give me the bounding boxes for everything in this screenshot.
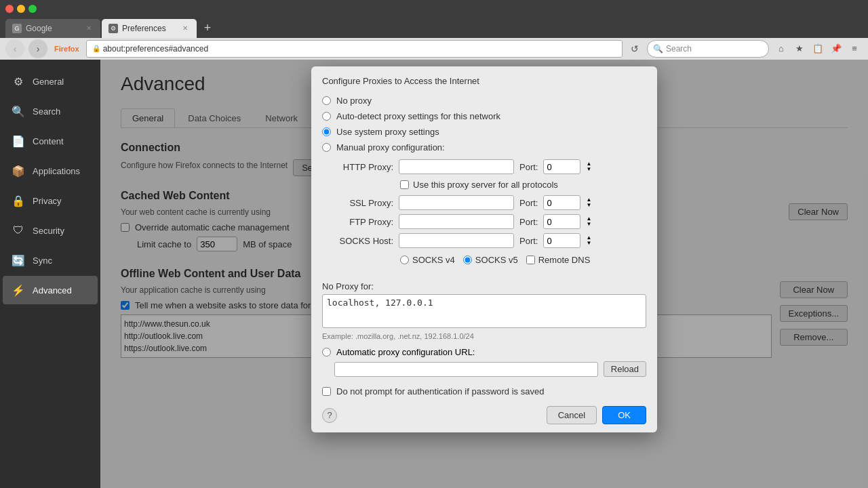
url-text: about:preferences#advanced <box>103 44 208 54</box>
close-traffic-light[interactable] <box>5 5 14 13</box>
auto-detect-label: Auto-detect proxy settings for this netw… <box>336 111 500 121</box>
tab-preferences-close[interactable]: ✕ <box>180 24 190 33</box>
menu-icon[interactable]: ≡ <box>846 41 863 57</box>
ftp-proxy-label: FTP Proxy: <box>336 217 393 227</box>
content-area: Advanced General Data Choices Network Up… <box>100 60 868 488</box>
nav-icons: ⌂ ★ 📋 📌 ≡ <box>773 41 863 57</box>
sidebar-sync-label: Sync <box>33 256 52 266</box>
sidebar-item-advanced[interactable]: ⚡ Advanced <box>3 276 98 304</box>
use-all-protocols-label: Use this proxy server for all protocols <box>413 180 558 190</box>
modal-title: Configure Proxies to Access the Internet <box>311 66 657 93</box>
ftp-port-down[interactable]: ▼ <box>586 222 591 227</box>
sync-icon: 🔄 <box>11 253 26 268</box>
help-button[interactable]: ? <box>322 408 337 423</box>
no-proxy-option: No proxy <box>322 93 646 108</box>
sidebar-item-applications[interactable]: 📦 Applications <box>3 157 98 185</box>
ftp-proxy-row: FTP Proxy: Port: ▲ ▼ <box>336 214 646 229</box>
ok-button[interactable]: OK <box>602 406 646 424</box>
reload-button-modal[interactable]: Reload <box>604 361 646 377</box>
http-port-label: Port: <box>519 162 538 172</box>
socks-host-row: SOCKS Host: Port: ▲ ▼ <box>336 233 646 248</box>
proxy-options-section: No proxy Auto-detect proxy settings for … <box>311 93 657 279</box>
auth-checkbox[interactable] <box>322 387 331 396</box>
privacy-icon: 🔒 <box>11 193 26 208</box>
forward-button[interactable]: › <box>28 39 47 58</box>
http-port-input[interactable] <box>543 159 580 174</box>
firefox-label: Firefox <box>52 45 82 53</box>
fullscreen-traffic-light[interactable] <box>28 5 37 13</box>
sidebar-item-search[interactable]: 🔍 Search <box>3 97 98 125</box>
system-proxy-option: Use system proxy settings <box>322 124 646 140</box>
footer-buttons: Cancel OK <box>547 406 646 424</box>
sidebar-item-privacy[interactable]: 🔒 Privacy <box>3 186 98 215</box>
sidebar-applications-label: Applications <box>33 166 80 176</box>
ssl-proxy-row: SSL Proxy: Port: ▲ ▼ <box>336 195 646 210</box>
system-proxy-label: Use system proxy settings <box>336 127 439 137</box>
system-proxy-radio[interactable] <box>322 127 331 136</box>
history-icon[interactable]: 📋 <box>810 41 826 57</box>
remote-dns-label: Remote DNS <box>538 255 591 265</box>
home-icon[interactable]: ⌂ <box>773 41 789 57</box>
minimize-traffic-light[interactable] <box>17 5 25 13</box>
tab-preferences[interactable]: ⚙ Preferences ✕ <box>102 19 197 38</box>
auto-proxy-label: Automatic proxy configuration URL: <box>336 347 475 357</box>
sidebar-privacy-label: Privacy <box>33 196 62 206</box>
no-proxy-for-label: No Proxy for: <box>322 281 646 291</box>
url-bar[interactable]: 🔒 about:preferences#advanced <box>86 40 623 58</box>
ssl-port-input[interactable] <box>543 195 580 210</box>
port-down-arrow[interactable]: ▼ <box>586 167 591 172</box>
proxy-fields: HTTP Proxy: Port: ▲ ▼ Use <box>336 159 646 268</box>
reload-button[interactable]: ↺ <box>627 41 643 57</box>
no-proxy-example: Example: .mozilla.org, .net.nz, 192.168.… <box>322 332 646 340</box>
use-all-protocols-checkbox[interactable] <box>400 180 409 189</box>
sidebar-item-content[interactable]: 📄 Content <box>3 127 98 155</box>
socks-v5-radio[interactable] <box>463 256 472 264</box>
http-proxy-label: HTTP Proxy: <box>336 162 393 172</box>
sidebar-search-label: Search <box>33 106 60 117</box>
auto-proxy-radio[interactable] <box>322 348 331 357</box>
bookmark-icon[interactable]: ★ <box>791 41 808 57</box>
sidebar-advanced-label: Advanced <box>33 285 72 296</box>
no-proxy-section: No Proxy for: localhost, 127.0.0.1 Examp… <box>311 279 657 344</box>
search-bar[interactable]: 🔍 Search <box>647 40 769 58</box>
sidebar-general-label: General <box>33 77 64 87</box>
ssl-proxy-label: SSL Proxy: <box>336 198 393 208</box>
socks-v5-option: SOCKS v5 <box>463 255 518 265</box>
socks-host-label: SOCKS Host: <box>336 236 393 246</box>
socks-host-input[interactable] <box>399 233 514 248</box>
search-placeholder: Search <box>666 44 692 54</box>
socks-version-row: SOCKS v4 SOCKS v5 Remote DNS <box>400 252 646 268</box>
socks-port-down[interactable]: ▼ <box>586 241 591 246</box>
http-proxy-input[interactable] <box>399 159 514 174</box>
socks-v4-radio[interactable] <box>400 256 409 264</box>
ftp-port-input[interactable] <box>543 214 580 229</box>
use-all-protocols-row: Use this proxy server for all protocols <box>400 178 646 191</box>
advanced-icon: ⚡ <box>11 283 26 298</box>
google-favicon: G <box>12 24 22 33</box>
title-bar <box>0 0 868 17</box>
manual-proxy-radio[interactable] <box>322 143 331 152</box>
tab-google[interactable]: G Google ✕ <box>5 19 100 38</box>
ssl-proxy-input[interactable] <box>399 195 514 210</box>
sidebar-item-sync[interactable]: 🔄 Sync <box>3 246 98 274</box>
sidebar-item-security[interactable]: 🛡 Security <box>3 216 98 245</box>
socks-port-input[interactable] <box>543 233 580 248</box>
applications-icon: 📦 <box>11 163 26 178</box>
auto-proxy-input[interactable] <box>334 362 598 377</box>
socks-port-label: Port: <box>519 236 538 246</box>
ssl-port-down[interactable]: ▼ <box>586 203 591 208</box>
cancel-button[interactable]: Cancel <box>547 406 597 424</box>
tab-google-close[interactable]: ✕ <box>84 24 94 33</box>
remote-dns-checkbox[interactable] <box>526 256 535 264</box>
back-button[interactable]: ‹ <box>5 39 24 58</box>
socks-v5-label: SOCKS v5 <box>475 255 518 265</box>
pocket-icon[interactable]: 📌 <box>828 41 844 57</box>
no-proxy-radio[interactable] <box>322 96 331 105</box>
nav-bar: ‹ › Firefox 🔒 about:preferences#advanced… <box>0 38 868 60</box>
ftp-proxy-input[interactable] <box>399 214 514 229</box>
auto-detect-radio[interactable] <box>322 112 331 121</box>
new-tab-button[interactable]: + <box>198 19 217 38</box>
no-proxy-textarea[interactable]: localhost, 127.0.0.1 <box>322 294 646 328</box>
sidebar-item-general[interactable]: ⚙ General <box>3 67 98 96</box>
content-icon: 📄 <box>11 134 26 148</box>
